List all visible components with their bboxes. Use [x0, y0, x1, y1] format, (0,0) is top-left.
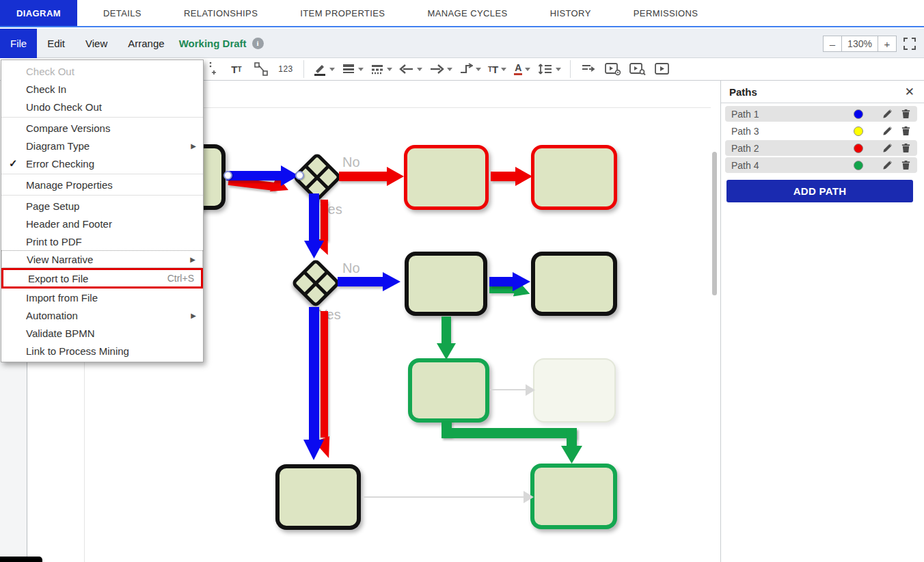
menu-item-diagram-type[interactable]: Diagram Type▶ [1, 137, 203, 155]
delete-trash-icon[interactable] [901, 160, 911, 170]
menu-item-export-to-file[interactable]: Export to FileCtrl+S [1, 268, 203, 289]
menu-item-page-setup[interactable]: Page Setup [1, 197, 203, 215]
flow-node-black-1[interactable] [405, 252, 487, 316]
blue-flow-arrow[interactable] [489, 277, 514, 286]
line-style-icon[interactable] [370, 60, 392, 78]
menu-item-compare-versions[interactable]: Compare Versions [1, 119, 203, 137]
font-size-icon[interactable]: TT [488, 60, 506, 78]
path-color-dot[interactable] [854, 144, 863, 153]
chevron-down-icon[interactable] [417, 68, 422, 71]
chevron-down-icon[interactable] [525, 68, 530, 71]
gray-flow-line[interactable] [364, 496, 526, 498]
green-flow-arrow[interactable] [567, 428, 577, 449]
text-style-icon[interactable]: TT [228, 60, 245, 78]
menu-item-header-and-footer[interactable]: Header and Footer [1, 215, 203, 232]
menu-item-check-in[interactable]: Check In [1, 80, 203, 98]
menu-item-view-narrative[interactable]: View Narrative▶ [1, 250, 203, 268]
line-thickness-icon[interactable] [342, 60, 364, 78]
tab-item-properties[interactable]: ITEM PROPERTIES [284, 0, 401, 26]
red-flow-arrow[interactable] [321, 200, 328, 241]
chevron-down-icon[interactable] [476, 68, 481, 71]
edit-pencil-icon[interactable] [882, 109, 893, 119]
chevron-down-icon[interactable] [358, 68, 364, 71]
chevron-down-icon[interactable] [387, 68, 392, 71]
arrow-end-icon[interactable] [429, 60, 452, 78]
flow-node-black-2[interactable] [531, 252, 617, 316]
gray-flow-line[interactable] [490, 389, 527, 390]
flow-node-black-3[interactable] [275, 464, 361, 530]
menu-view[interactable]: View [75, 29, 118, 58]
path-row-3[interactable]: Path 3 [725, 123, 917, 139]
red-flow-arrow[interactable] [339, 172, 388, 181]
edit-pencil-icon[interactable] [882, 143, 893, 153]
menu-item-link-to-process-mining[interactable]: Link to Process Mining [1, 342, 203, 360]
green-flow-arrow[interactable] [441, 317, 451, 345]
path-color-dot[interactable] [854, 126, 863, 136]
chevron-down-icon[interactable] [501, 68, 506, 71]
tab-details[interactable]: DETAILS [87, 0, 158, 26]
delete-trash-icon[interactable] [901, 126, 911, 136]
blue-flow-arrow[interactable] [226, 171, 282, 180]
play-icon[interactable] [653, 60, 671, 78]
blue-flow-arrow[interactable] [338, 277, 384, 286]
menu-arrange[interactable]: Arrange [118, 29, 174, 58]
close-icon[interactable]: ✕ [905, 86, 914, 98]
insert-handle-icon[interactable] [203, 60, 221, 78]
menu-item-error-checking[interactable]: ✓Error Checking [1, 155, 203, 172]
connector-icon[interactable] [252, 60, 270, 78]
menu-item-undo-check-out[interactable]: Undo Check Out [1, 98, 203, 116]
path-row-2[interactable]: Path 2 [725, 140, 917, 156]
green-flow-arrow[interactable] [441, 428, 577, 438]
info-icon[interactable]: i [252, 38, 264, 49]
flow-node-red-2[interactable] [531, 145, 617, 210]
tab-history[interactable]: HISTORY [534, 0, 608, 26]
connector-route-icon[interactable] [459, 60, 481, 78]
chevron-down-icon[interactable] [556, 68, 561, 71]
chevron-down-icon[interactable] [329, 68, 335, 71]
selection-handle[interactable] [295, 171, 304, 180]
blue-flow-arrow[interactable] [309, 193, 319, 243]
menu-item-manage-properties[interactable]: Manage Properties [1, 176, 203, 193]
edit-pencil-icon[interactable] [882, 126, 893, 136]
line-spacing-icon[interactable] [538, 60, 561, 78]
vertical-scrollbar-thumb[interactable] [712, 152, 717, 295]
zoom-in-button[interactable]: + [878, 36, 897, 52]
gateway-diamond-2[interactable] [290, 258, 341, 308]
red-flow-arrow[interactable] [321, 311, 328, 438]
zoom-out-button[interactable]: – [823, 36, 842, 52]
flow-node-red-1[interactable] [404, 145, 489, 210]
fullscreen-icon[interactable] [903, 38, 916, 50]
tab-relationships[interactable]: RELATIONSHIPS [167, 0, 274, 26]
font-color-icon[interactable]: A [513, 60, 531, 78]
menu-edit[interactable]: Edit [37, 29, 75, 58]
path-color-dot[interactable] [854, 109, 863, 119]
tab-permissions[interactable]: PERMISSIONS [617, 0, 715, 26]
flow-node-green-2[interactable] [530, 464, 617, 529]
red-flow-arrow[interactable] [491, 172, 517, 181]
blue-flow-arrow[interactable] [309, 307, 319, 442]
menu-item-print-to-pdf[interactable]: Print to PDF [1, 232, 203, 250]
tab-manage-cycles[interactable]: MANAGE CYCLES [411, 0, 524, 26]
flow-node-green-1[interactable] [408, 358, 489, 423]
line-color-icon[interactable] [313, 60, 335, 78]
delete-trash-icon[interactable] [901, 143, 911, 153]
path-row-4[interactable]: Path 4 [725, 157, 917, 173]
numbering-icon[interactable]: 123 [277, 60, 295, 78]
edit-pencil-icon[interactable] [882, 160, 893, 170]
path-row-1[interactable]: Path 1 [725, 106, 917, 122]
menu-item-validate-bpmn[interactable]: Validate BPMN [1, 324, 203, 342]
selection-handle[interactable] [223, 171, 232, 180]
play-settings-icon[interactable] [604, 60, 622, 78]
arrow-start-icon[interactable] [399, 60, 422, 78]
menu-item-automation[interactable]: Automation▶ [1, 306, 203, 324]
narrative-flow-icon[interactable] [580, 60, 597, 78]
chevron-down-icon[interactable] [447, 68, 452, 71]
menu-item-import-from-file[interactable]: Import from File [1, 289, 203, 306]
tab-diagram[interactable]: DIAGRAM [0, 0, 77, 26]
path-color-dot[interactable] [854, 161, 863, 170]
play-search-icon[interactable] [629, 60, 647, 78]
flow-node-faded[interactable] [533, 358, 616, 423]
menu-file[interactable]: File [0, 29, 37, 58]
delete-trash-icon[interactable] [901, 109, 911, 119]
add-path-button[interactable]: ADD PATH [726, 180, 913, 202]
